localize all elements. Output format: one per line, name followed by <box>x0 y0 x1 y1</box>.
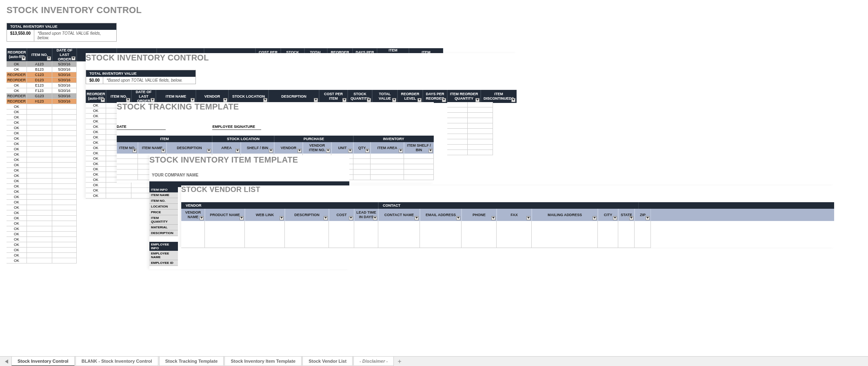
col-header[interactable]: ITEM NAME <box>156 90 196 103</box>
filter-icon[interactable] <box>511 98 515 102</box>
table-row[interactable] <box>181 237 834 242</box>
cell[interactable] <box>353 175 371 180</box>
col-header[interactable]: TOTAL VALUE <box>372 90 397 103</box>
col-header[interactable]: QTY <box>353 142 371 154</box>
col-header[interactable]: DESCRIPTION <box>166 142 212 154</box>
cell[interactable] <box>117 154 138 159</box>
col-header[interactable]: STOCK LOCATION <box>229 90 269 103</box>
cell[interactable] <box>329 237 354 243</box>
cell[interactable] <box>420 237 462 243</box>
col-header[interactable]: STOCK QUANTITY <box>348 90 372 103</box>
cell[interactable] <box>598 226 618 232</box>
cell[interactable] <box>404 164 434 170</box>
col-header[interactable]: LEAD TIME IN DAYS <box>354 209 378 221</box>
cell[interactable] <box>497 237 532 243</box>
cell[interactable] <box>497 242 532 248</box>
filter-icon[interactable] <box>235 149 240 153</box>
cell[interactable] <box>245 242 285 248</box>
cell[interactable] <box>598 221 618 227</box>
col-header[interactable]: CITY <box>598 209 618 221</box>
filter-icon[interactable] <box>417 98 422 102</box>
filter-icon[interactable] <box>151 98 155 102</box>
filter-icon[interactable] <box>47 56 51 60</box>
cell[interactable] <box>205 237 245 243</box>
cell[interactable] <box>378 226 420 232</box>
col-header[interactable]: ITEM SHELF / BIN <box>404 142 434 154</box>
cell[interactable] <box>205 226 245 232</box>
table-row[interactable] <box>181 242 834 248</box>
col-header[interactable]: EMAIL ADDRESS <box>420 209 462 221</box>
filter-icon[interactable] <box>223 98 227 102</box>
col-header[interactable]: REORDER LEVEL <box>397 90 423 103</box>
col-header[interactable]: ITEM AREA <box>371 142 404 154</box>
cell[interactable] <box>404 159 434 164</box>
col-header[interactable]: UNIT <box>331 142 353 154</box>
cell[interactable] <box>598 232 618 237</box>
table-row[interactable] <box>181 221 834 226</box>
col-header[interactable]: COST <box>329 209 354 221</box>
filter-icon[interactable] <box>342 98 346 102</box>
cell[interactable] <box>245 232 285 237</box>
sheet-tab[interactable]: Stock Inventory Control <box>11 357 75 366</box>
col-header[interactable]: REORDER (auto-fill) <box>86 90 106 103</box>
cell[interactable] <box>371 175 404 180</box>
sheet-tab[interactable]: Stock Inventory Item Template <box>224 357 302 366</box>
col-header[interactable]: PRODUCT NAME <box>205 209 245 221</box>
filter-icon[interactable] <box>456 216 460 220</box>
info-row[interactable]: EMPLOYEE NAME <box>149 251 178 260</box>
filter-icon[interactable] <box>442 98 446 102</box>
filter-icon[interactable] <box>191 98 195 102</box>
cell[interactable] <box>635 226 651 232</box>
col-header[interactable]: DATE OF LAST ORDER <box>52 48 77 61</box>
cell[interactable] <box>462 226 497 232</box>
col-header[interactable]: VENDOR <box>196 90 229 103</box>
signature-field[interactable]: EMPLOYEE SIGNATURE <box>212 125 261 130</box>
cell[interactable] <box>181 232 205 237</box>
cell[interactable] <box>378 237 420 243</box>
cell[interactable] <box>117 164 138 170</box>
col-header[interactable]: FAX <box>497 209 532 221</box>
cell[interactable] <box>353 154 371 159</box>
info-row[interactable]: MATERIAL <box>149 225 178 230</box>
info-row[interactable]: ITEM QUANTITY <box>149 215 178 225</box>
cell[interactable] <box>117 175 138 180</box>
filter-icon[interactable] <box>269 149 273 153</box>
cell[interactable] <box>353 164 371 170</box>
cell[interactable] <box>285 226 329 232</box>
cell[interactable] <box>635 237 651 243</box>
col-header[interactable]: WEB LINK <box>245 209 285 221</box>
cell[interactable] <box>245 221 285 227</box>
col-header[interactable]: VENDOR ITEM NO. <box>303 142 331 154</box>
filter-icon[interactable] <box>475 98 480 102</box>
table-row[interactable] <box>181 226 834 232</box>
filter-icon[interactable] <box>392 98 396 102</box>
cell[interactable] <box>354 242 378 248</box>
cell[interactable] <box>245 237 285 243</box>
filter-icon[interactable] <box>207 149 211 153</box>
cell[interactable] <box>635 242 651 248</box>
col-header[interactable]: SHELF / BIN <box>241 142 274 154</box>
cell[interactable] <box>285 242 329 248</box>
cell[interactable] <box>462 232 497 237</box>
cell[interactable] <box>462 221 497 227</box>
col-header[interactable]: ITEM NO. <box>106 90 131 103</box>
table-row[interactable] <box>447 139 493 145</box>
cell[interactable] <box>462 237 497 243</box>
cell[interactable] <box>378 242 420 248</box>
cell[interactable] <box>329 232 354 237</box>
filter-icon[interactable] <box>101 98 105 102</box>
filter-icon[interactable] <box>126 98 130 102</box>
col-header[interactable]: MAILING ADDRESS <box>532 209 598 221</box>
cell[interactable] <box>532 242 598 248</box>
filter-icon[interactable] <box>593 216 597 220</box>
cell[interactable] <box>532 221 598 227</box>
sheet-tab[interactable]: Stock Vendor List <box>302 357 353 366</box>
filter-icon[interactable] <box>613 216 617 220</box>
info-row[interactable]: ITEM NAME <box>149 192 178 198</box>
cell[interactable] <box>181 237 205 243</box>
cell[interactable] <box>497 232 532 237</box>
cell[interactable] <box>354 226 378 232</box>
filter-icon[interactable] <box>326 149 330 153</box>
filter-icon[interactable] <box>365 149 369 153</box>
filter-icon[interactable] <box>399 149 403 153</box>
